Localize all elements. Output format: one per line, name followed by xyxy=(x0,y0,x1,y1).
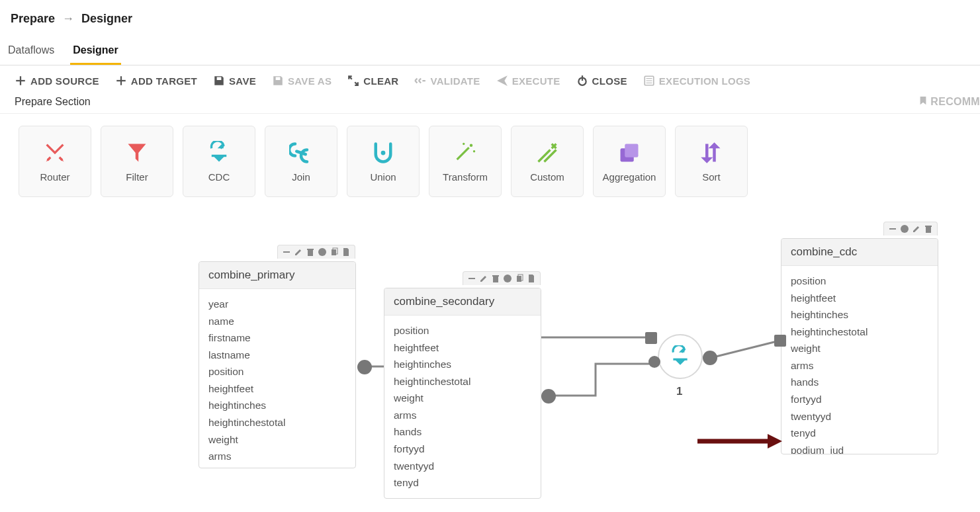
field-item[interactable]: tenyd xyxy=(394,474,531,491)
trash-icon[interactable] xyxy=(306,247,315,257)
output-port[interactable] xyxy=(703,351,717,365)
svg-rect-41 xyxy=(926,227,931,233)
svg-point-18 xyxy=(463,142,465,144)
palette-custom[interactable]: Custom xyxy=(511,126,584,197)
copy-icon[interactable] xyxy=(330,247,339,257)
field-item[interactable]: arms xyxy=(208,448,346,465)
svg-rect-39 xyxy=(889,228,896,230)
add-target-label: ADD TARGET xyxy=(131,75,197,87)
save-icon xyxy=(213,75,225,87)
save-as-button[interactable]: SAVE AS xyxy=(272,75,332,87)
node-combine-secondary[interactable]: combine_secondary positionheightfeetheig… xyxy=(384,288,541,499)
palette-join[interactable]: Join xyxy=(265,126,337,197)
palette-cdc[interactable]: CDC xyxy=(183,126,255,197)
field-item[interactable]: position xyxy=(791,273,928,290)
field-item[interactable]: heightfeet xyxy=(394,339,531,357)
minimize-icon[interactable] xyxy=(467,274,476,283)
field-item[interactable]: heightinchestotal xyxy=(791,323,928,341)
tab-dataflows[interactable]: Dataflows xyxy=(5,38,57,65)
document-icon[interactable] xyxy=(527,274,536,283)
info-icon[interactable] xyxy=(318,247,327,257)
info-icon[interactable] xyxy=(900,224,909,234)
field-item[interactable]: arms xyxy=(791,357,928,374)
document-icon[interactable] xyxy=(341,247,351,257)
section-title: Prepare Section xyxy=(15,96,91,108)
field-item[interactable]: position xyxy=(208,363,346,380)
cdc-operator[interactable] xyxy=(658,334,703,379)
node-combine-primary[interactable]: combine_primary yearnamefirstnamelastnam… xyxy=(199,261,356,468)
minimize-icon[interactable] xyxy=(888,224,897,234)
refresh-icon xyxy=(347,75,359,87)
palette-filter[interactable]: Filter xyxy=(101,126,173,197)
send-icon xyxy=(496,75,508,87)
field-item[interactable]: twentyyd xyxy=(791,408,928,425)
palette-aggregation[interactable]: Aggregation xyxy=(593,126,666,197)
field-item[interactable]: podium_iud xyxy=(791,442,928,454)
input-port[interactable] xyxy=(645,332,657,344)
field-item[interactable]: weight xyxy=(791,340,928,357)
field-item[interactable]: heightinchestotal xyxy=(208,414,346,431)
close-label: CLOSE xyxy=(592,75,627,87)
node-fields: yearnamefirstnamelastnamepositionheightf… xyxy=(199,289,355,468)
node-combine-cdc[interactable]: combine_cdc positionheightfeetheightinch… xyxy=(781,238,938,454)
execute-button[interactable]: EXECUTE xyxy=(496,75,560,87)
add-target-button[interactable]: ADD TARGET xyxy=(115,75,197,87)
field-item[interactable]: name xyxy=(208,313,346,330)
field-item[interactable]: heightinches xyxy=(208,397,346,414)
svg-rect-33 xyxy=(492,275,499,277)
execution-logs-button[interactable]: EXECUTION LOGS xyxy=(643,75,750,87)
validate-button[interactable]: VALIDATE xyxy=(414,75,480,87)
trash-icon[interactable] xyxy=(491,274,500,283)
field-item[interactable]: arms xyxy=(394,407,531,424)
field-item[interactable]: heightinches xyxy=(791,306,928,323)
edit-icon[interactable] xyxy=(294,247,303,257)
field-item[interactable]: year xyxy=(208,296,346,313)
recommendations-button[interactable]: RECOMM xyxy=(918,96,980,108)
field-item[interactable]: hands xyxy=(791,374,928,391)
input-port[interactable] xyxy=(774,335,786,347)
input-port[interactable] xyxy=(648,356,660,368)
edit-icon[interactable] xyxy=(479,274,488,283)
sort-icon xyxy=(699,141,723,165)
palette-router[interactable]: Router xyxy=(19,126,91,197)
field-item[interactable]: heightinchestotal xyxy=(394,373,531,390)
design-canvas[interactable]: combine_primary yearnamefirstnamelastnam… xyxy=(0,225,980,512)
breadcrumb-sep-icon: → xyxy=(62,12,74,25)
svg-point-17 xyxy=(473,150,475,152)
field-item[interactable]: lastname xyxy=(208,347,346,364)
output-port[interactable] xyxy=(541,389,556,404)
field-item[interactable]: fortyyd xyxy=(791,391,928,408)
edit-icon[interactable] xyxy=(912,224,921,234)
clear-button[interactable]: CLEAR xyxy=(347,75,398,87)
palette-union[interactable]: Union xyxy=(347,126,420,197)
copy-icon[interactable] xyxy=(515,274,524,283)
field-item[interactable]: tenyd xyxy=(791,425,928,442)
field-item[interactable]: firstname xyxy=(208,329,346,347)
palette: Router Filter CDC Join Union Transform C… xyxy=(0,114,980,197)
palette-label: Filter xyxy=(126,171,148,183)
trash-icon[interactable] xyxy=(924,224,933,234)
svg-point-16 xyxy=(470,144,473,147)
field-item[interactable]: weight xyxy=(394,390,531,407)
minimize-icon[interactable] xyxy=(282,247,291,257)
close-button[interactable]: CLOSE xyxy=(576,75,627,87)
save-button[interactable]: SAVE xyxy=(213,75,256,87)
field-item[interactable]: position xyxy=(394,322,531,339)
section-bar: Prepare Section RECOMM xyxy=(0,93,980,114)
add-source-button[interactable]: ADD SOURCE xyxy=(15,75,99,87)
field-item[interactable]: heightfeet xyxy=(791,290,928,307)
svg-rect-35 xyxy=(517,276,521,282)
field-item[interactable]: fortyyd xyxy=(394,441,531,458)
palette-transform[interactable]: Transform xyxy=(429,126,502,197)
tab-designer[interactable]: Designer xyxy=(70,38,120,65)
field-item[interactable]: hands xyxy=(394,423,531,441)
field-item[interactable]: weight xyxy=(208,431,346,448)
field-item[interactable]: heightinches xyxy=(394,356,531,373)
output-port[interactable] xyxy=(357,360,372,374)
field-item[interactable]: heightfeet xyxy=(208,380,346,398)
palette-label: Join xyxy=(292,171,310,183)
palette-sort[interactable]: Sort xyxy=(675,126,748,197)
field-item[interactable]: hands xyxy=(208,465,346,468)
field-item[interactable]: twentyyd xyxy=(394,458,531,475)
info-icon[interactable] xyxy=(503,274,512,283)
